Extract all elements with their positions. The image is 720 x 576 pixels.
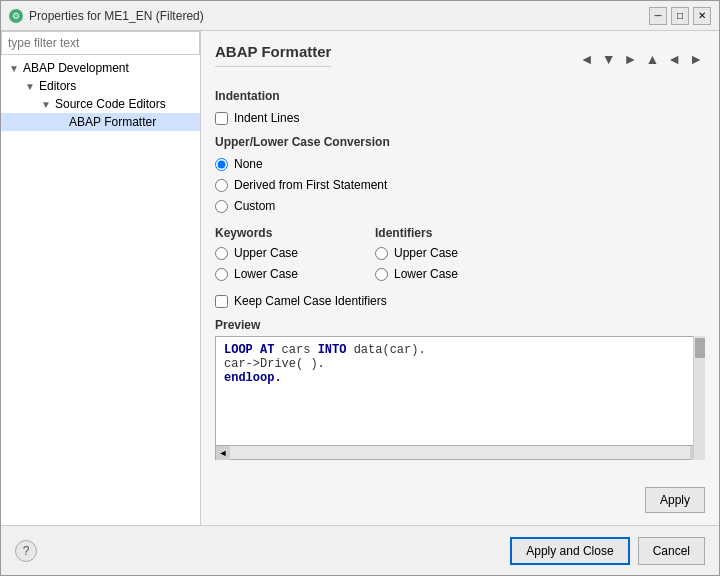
tree-label: Editors xyxy=(39,79,76,93)
preview-section: Preview LOOP AT cars INTO data(car). car… xyxy=(215,318,705,477)
kw-upper-label: Upper Case xyxy=(234,246,298,260)
preview-container: LOOP AT cars INTO data(car). car->Drive(… xyxy=(215,336,705,460)
id-lower-row: Lower Case xyxy=(375,267,515,281)
apply-button[interactable]: Apply xyxy=(645,487,705,513)
nav-back-icon[interactable]: ◄ xyxy=(665,49,683,69)
radio-custom[interactable] xyxy=(215,200,228,213)
preview-plain1: cars xyxy=(274,343,317,357)
id-lower-label: Lower Case xyxy=(394,267,458,281)
camel-case-checkbox[interactable] xyxy=(215,295,228,308)
id-upper-radio[interactable] xyxy=(375,247,388,260)
window-controls: ─ □ ✕ xyxy=(649,7,711,25)
preview-kw3: endloop. xyxy=(224,371,282,385)
dialog-window: ⚙ Properties for ME1_EN (Filtered) ─ □ ✕… xyxy=(0,0,720,576)
bottom-left: ? xyxy=(15,540,37,562)
preview-inner: LOOP AT cars INTO data(car). car->Drive(… xyxy=(215,336,705,446)
tree-item-source-code-editors[interactable]: ▼ Source Code Editors xyxy=(1,95,200,113)
main-content: ▼ ABAP Development ▼ Editors ▼ Source Co… xyxy=(1,31,719,525)
radio-custom-label: Custom xyxy=(234,199,275,213)
scroll-left-icon[interactable]: ◄ xyxy=(216,446,230,460)
title-bar: ⚙ Properties for ME1_EN (Filtered) ─ □ ✕ xyxy=(1,1,719,31)
back-icon[interactable]: ◄ xyxy=(578,49,596,69)
forward-icon[interactable]: ► xyxy=(622,49,640,69)
radio-custom-row: Custom xyxy=(215,199,705,213)
tree-item-abap-development[interactable]: ▼ ABAP Development xyxy=(1,59,200,77)
id-upper-row: Upper Case xyxy=(375,246,515,260)
expand-icon: ▼ xyxy=(41,99,53,110)
down-icon[interactable]: ▼ xyxy=(600,49,618,69)
preview-kw2: INTO xyxy=(318,343,347,357)
preview-line2: car->Drive( ). xyxy=(224,357,688,371)
expand-icon: ▼ xyxy=(9,63,21,74)
radio-derived[interactable] xyxy=(215,179,228,192)
indentation-header: Indentation xyxy=(215,89,705,103)
right-panel-top-bar: ABAP Formatter ◄ ▼ ► ▲ ◄ ► xyxy=(215,43,705,75)
radio-none-row: None xyxy=(215,157,705,171)
apply-row: Apply xyxy=(215,487,705,513)
preview-plain2: data(car). xyxy=(346,343,425,357)
dialog-title: Properties for ME1_EN (Filtered) xyxy=(29,9,204,23)
keywords-label: Keywords xyxy=(215,226,355,240)
id-upper-label: Upper Case xyxy=(394,246,458,260)
filter-input[interactable] xyxy=(1,31,200,55)
preview-scrollbar-x[interactable]: ◄ ► xyxy=(215,446,705,460)
app-icon: ⚙ xyxy=(9,9,23,23)
kw-lower-row: Lower Case xyxy=(215,267,355,281)
tree-label: Source Code Editors xyxy=(55,97,166,111)
left-panel: ▼ ABAP Development ▼ Editors ▼ Source Co… xyxy=(1,31,201,525)
close-button[interactable]: ✕ xyxy=(693,7,711,25)
case-conversion-header: Upper/Lower Case Conversion xyxy=(215,135,705,149)
tree-area: ▼ ABAP Development ▼ Editors ▼ Source Co… xyxy=(1,55,200,525)
id-lower-radio[interactable] xyxy=(375,268,388,281)
indent-lines-label: Indent Lines xyxy=(234,111,299,125)
radio-derived-row: Derived from First Statement xyxy=(215,178,705,192)
tree-label: ABAP Development xyxy=(23,61,129,75)
case-columns: Keywords Upper Case Lower Case Identifie… xyxy=(215,226,705,284)
indentation-section: Indentation Indent Lines xyxy=(215,89,705,125)
kw-lower-label: Lower Case xyxy=(234,267,298,281)
kw-upper-radio[interactable] xyxy=(215,247,228,260)
cancel-button[interactable]: Cancel xyxy=(638,537,705,565)
panel-title: ABAP Formatter xyxy=(215,43,331,67)
case-conversion-section: Upper/Lower Case Conversion None Derived… xyxy=(215,135,705,308)
title-bar-left: ⚙ Properties for ME1_EN (Filtered) xyxy=(9,9,204,23)
nav-fwd-icon[interactable]: ► xyxy=(687,49,705,69)
scroll-thumb-y xyxy=(695,338,705,358)
apply-and-close-button[interactable]: Apply and Close xyxy=(510,537,629,565)
tree-item-abap-formatter[interactable]: ABAP Formatter xyxy=(1,113,200,131)
tree-label: ABAP Formatter xyxy=(69,115,156,129)
preview-scrollbar-y[interactable] xyxy=(693,336,705,460)
up-icon[interactable]: ▲ xyxy=(643,49,661,69)
identifiers-group: Identifiers Upper Case Lower Case xyxy=(375,226,515,284)
camel-case-label: Keep Camel Case Identifiers xyxy=(234,294,387,308)
scroll-track-x xyxy=(230,446,690,459)
camel-case-row: Keep Camel Case Identifiers xyxy=(215,294,705,308)
indent-lines-row: Indent Lines xyxy=(215,111,705,125)
preview-plain3: car->Drive( ). xyxy=(224,357,325,371)
bottom-bar: ? Apply and Close Cancel xyxy=(1,525,719,575)
preview-kw1: LOOP AT xyxy=(224,343,274,357)
help-button[interactable]: ? xyxy=(15,540,37,562)
maximize-button[interactable]: □ xyxy=(671,7,689,25)
expand-icon: ▼ xyxy=(25,81,37,92)
preview-line3: endloop. xyxy=(224,371,688,385)
radio-none-label: None xyxy=(234,157,263,171)
kw-upper-row: Upper Case xyxy=(215,246,355,260)
radio-derived-label: Derived from First Statement xyxy=(234,178,387,192)
minimize-button[interactable]: ─ xyxy=(649,7,667,25)
indent-lines-checkbox[interactable] xyxy=(215,112,228,125)
bottom-right: Apply and Close Cancel xyxy=(510,537,705,565)
preview-header: Preview xyxy=(215,318,705,332)
tree-item-editors[interactable]: ▼ Editors xyxy=(1,77,200,95)
preview-line1: LOOP AT cars INTO data(car). xyxy=(224,343,688,357)
radio-none[interactable] xyxy=(215,158,228,171)
keywords-group: Keywords Upper Case Lower Case xyxy=(215,226,355,284)
right-panel: ABAP Formatter ◄ ▼ ► ▲ ◄ ► Indentation I… xyxy=(201,31,719,525)
preview-box: LOOP AT cars INTO data(car). car->Drive(… xyxy=(215,336,705,446)
nav-icons: ◄ ▼ ► ▲ ◄ ► xyxy=(578,49,705,69)
kw-lower-radio[interactable] xyxy=(215,268,228,281)
identifiers-label: Identifiers xyxy=(375,226,515,240)
